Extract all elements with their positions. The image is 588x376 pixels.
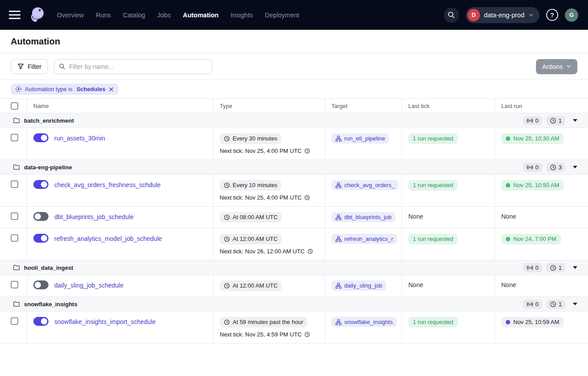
last-run-text: None (501, 213, 516, 220)
schedule-toggle[interactable] (33, 133, 48, 142)
column-header-type: Type (213, 99, 325, 113)
schedule-toggle[interactable] (33, 280, 48, 289)
collapse-caret-icon[interactable] (573, 303, 577, 305)
automation-condition-icon (15, 86, 22, 92)
target-link[interactable]: run_etl_pipeline (331, 133, 389, 144)
page-title: Automation (11, 36, 577, 47)
schedule-toggle[interactable] (33, 317, 48, 326)
next-tick-text: Next tick: Nov 25, 4:59 PM UTC (220, 331, 302, 338)
name-filter-input[interactable] (54, 59, 212, 74)
schedule-row: refresh_analytics_model_job_schedule At … (0, 228, 588, 260)
last-run-value[interactable]: Nov 25, 10:59 AM (501, 317, 564, 328)
schedule-count-badge: 3 (546, 163, 565, 172)
schedule-type-badge: Every 30 minutes (220, 133, 281, 144)
search-button[interactable] (444, 8, 459, 23)
nav-item-jobs[interactable]: Jobs (157, 12, 171, 19)
clock-icon (224, 319, 230, 325)
remove-filter-icon[interactable] (109, 87, 114, 92)
clock-icon (304, 332, 310, 337)
nav-item-runs[interactable]: Runs (96, 12, 111, 19)
column-header-name: Name (27, 99, 213, 113)
table-header-row: Name Type Target Last tick Last run (0, 99, 588, 113)
schedule-type-badge: At 12:00 AM UTC (220, 234, 282, 244)
target-link[interactable]: check_avg_orders_ (331, 180, 399, 190)
schedule-type-badge-label: Every 30 minutes (233, 135, 277, 142)
collapse-caret-icon[interactable] (573, 266, 577, 269)
page-header: Automation (0, 30, 588, 53)
nav-item-catalog[interactable]: Catalog (123, 12, 145, 19)
next-tick-text: Next tick: Nov 25, 4:00 PM UTC (220, 148, 302, 154)
next-tick-text: Next tick: Nov 25, 4:00 PM UTC (220, 194, 302, 201)
schedule-row: daily_sling_job_schedule At 12:00 AM UTC… (0, 275, 588, 297)
sensor-count: 0 (536, 264, 539, 271)
nav-item-overview[interactable]: Overview (57, 12, 84, 19)
schedule-name-link[interactable]: daily_sling_job_schedule (54, 280, 124, 290)
menu-icon[interactable] (9, 11, 20, 19)
row-checkbox[interactable] (11, 317, 18, 325)
actions-button-label: Actions (542, 63, 563, 70)
code-location-group-row[interactable]: snowflake_insights 0 1 (0, 297, 588, 312)
clock-icon (224, 182, 230, 188)
code-location-group-row[interactable]: batch_enrichment 0 1 (0, 113, 588, 128)
clock-icon (224, 283, 230, 289)
automation-type-filter-chip[interactable]: Automation type is Schedules (11, 84, 118, 95)
clock-icon (550, 164, 556, 171)
column-header-last-run: Last run (495, 99, 588, 113)
target-link[interactable]: dbt_blueprints_job (331, 212, 395, 222)
schedule-count: 1 (559, 117, 562, 124)
automations-table: Name Type Target Last tick Last run batc… (0, 99, 588, 344)
folder-icon (13, 164, 20, 171)
row-checkbox[interactable] (11, 212, 18, 220)
target-link[interactable]: snowflake_insights (331, 317, 397, 327)
row-checkbox[interactable] (11, 281, 18, 288)
collapse-caret-icon[interactable] (573, 166, 577, 168)
schedule-name-link[interactable]: check_avg_orders_freshness_schdule (54, 180, 161, 189)
row-checkbox[interactable] (11, 180, 18, 188)
sensor-count-badge: 0 (523, 163, 542, 172)
actions-button[interactable]: Actions (536, 59, 577, 74)
schedule-toggle[interactable] (33, 180, 48, 189)
schedule-toggle[interactable] (33, 212, 48, 221)
sensor-count-badge: 0 (523, 116, 542, 125)
target-link[interactable]: refresh_analytics_r (331, 234, 397, 244)
row-checkbox[interactable] (11, 234, 18, 242)
last-run-value[interactable]: Nov 25, 10:50 AM (501, 180, 564, 191)
code-location-group-row[interactable]: hooli_data_ingest 0 1 (0, 260, 588, 275)
last-run-value[interactable]: Nov 25, 10:30 AM (501, 133, 564, 144)
schedule-name-link[interactable]: refresh_analytics_model_job_schedule (54, 234, 162, 243)
row-checkbox[interactable] (11, 134, 18, 141)
last-tick-value: 1 run requested (408, 234, 458, 244)
help-icon[interactable]: ? (546, 9, 558, 21)
target-label: check_avg_orders_ (344, 182, 395, 188)
group-name: snowflake_insights (24, 301, 77, 308)
schedule-toggle[interactable] (33, 234, 48, 243)
clock-icon (224, 214, 230, 220)
user-avatar[interactable]: G (565, 8, 578, 22)
funnel-icon (17, 63, 24, 70)
schedule-count: 3 (559, 164, 562, 171)
last-run-text: Nov 25, 10:59 AM (513, 319, 559, 326)
job-graph-icon (335, 319, 342, 325)
next-tick: Next tick: Nov 26, 12:00 AM UTC (220, 248, 320, 255)
column-header-last-tick: Last tick (402, 99, 495, 113)
collapse-caret-icon[interactable] (573, 119, 577, 122)
nav-item-insights[interactable]: Insights (230, 12, 253, 19)
schedule-name-link[interactable]: snowflake_insights_import_schedule (54, 317, 156, 326)
dagster-logo-icon[interactable] (28, 5, 47, 25)
schedule-name-link[interactable]: run_assets_30min (54, 133, 105, 143)
select-all-checkbox[interactable] (11, 102, 18, 110)
code-location-group-row[interactable]: data-eng-pipeline 0 3 (0, 160, 588, 175)
target-label: daily_sling_job (344, 282, 382, 289)
nav-item-automation[interactable]: Automation (183, 12, 219, 19)
nav-item-deployment[interactable]: Deployment (265, 12, 299, 19)
toolbar: Filter Actions (0, 53, 588, 80)
folder-icon (13, 117, 20, 124)
deployment-switcher[interactable]: D data-eng-prod (466, 7, 540, 23)
chevron-down-icon (528, 12, 534, 18)
last-tick-value: None (408, 280, 423, 289)
filter-button[interactable]: Filter (11, 59, 48, 74)
target-link[interactable]: daily_sling_job (331, 280, 386, 291)
last-run-value[interactable]: Nov 24, 7:00 PM (501, 234, 561, 244)
schedule-name-link[interactable]: dbt_blueprints_job_schedule (54, 212, 133, 221)
job-graph-icon (335, 236, 342, 242)
